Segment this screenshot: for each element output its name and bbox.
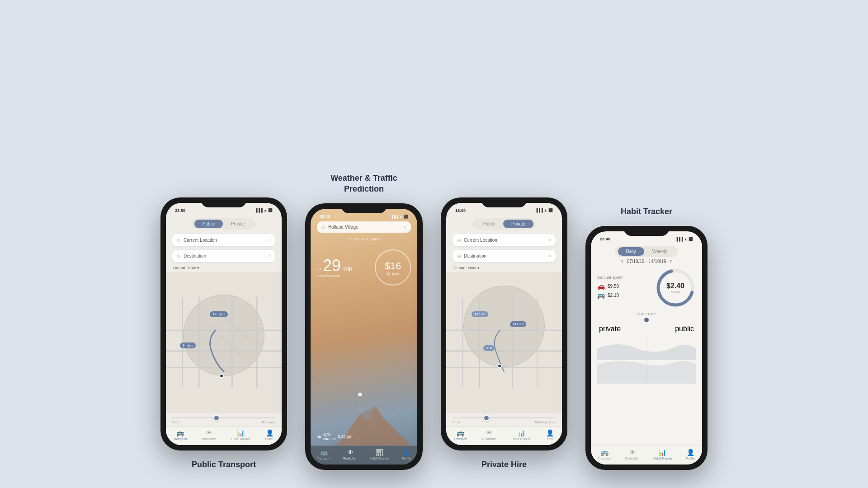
time-4: 23:40: [600, 237, 610, 241]
search-dest-1[interactable]: ◎ Destination ×: [172, 250, 275, 262]
travel-unit: min: [342, 265, 353, 272]
weather-time: 6.30 pm: [338, 434, 353, 439]
price-value: $16: [385, 260, 401, 272]
map-badge-1780: $17.80: [510, 321, 526, 327]
chart-label-public: public: [675, 325, 694, 333]
search-dest-3[interactable]: ◎ Destination ×: [453, 250, 556, 262]
time-2: 18:30: [320, 214, 330, 219]
chart-icon-3: 📊: [517, 429, 525, 436]
clear-icon-3b[interactable]: ×: [548, 253, 551, 258]
tab-daily-4[interactable]: Daily: [618, 247, 644, 256]
nav-habit-1[interactable]: 📊 Habit Tracker: [231, 429, 250, 441]
habit-chart-svg: [597, 333, 696, 387]
day-label-4: TUESDAY: [597, 312, 696, 316]
speed-slider-3[interactable]: 5 min Walking time: [446, 413, 562, 426]
slider-track-3[interactable]: [453, 417, 556, 418]
nav-habit-label-3: Habit Tracker: [511, 437, 530, 441]
nav-prediction-2[interactable]: 👁 Prediction: [343, 449, 357, 460]
map-bg-3: $15.30 $17.80 $18: [446, 272, 562, 413]
person-icon-2: 👤: [402, 449, 410, 456]
eye-icon-2: 👁: [347, 449, 354, 456]
tab-switcher-4[interactable]: Daily Weekly: [615, 246, 678, 257]
clear-icon-2[interactable]: ×: [404, 225, 406, 230]
speed-slider-1[interactable]: Fast Relaxed: [166, 413, 282, 426]
search-p2[interactable]: ◎ Holland Village ×: [317, 221, 411, 233]
slider-labels-1: Fast Relaxed: [172, 420, 275, 424]
clear-icon-3a[interactable]: ×: [548, 238, 551, 243]
slider-thumb-3[interactable]: [483, 415, 490, 421]
nav-prediction-3[interactable]: 👁 Prediction: [482, 429, 496, 441]
label-weather: Weather & TrafficPrediction: [330, 173, 397, 194]
svg-point-10: [358, 393, 362, 397]
nav-prediction-1[interactable]: 👁 Prediction: [202, 429, 216, 441]
nav-habit-4[interactable]: 📊 Habit Tracker: [653, 449, 672, 460]
bottom-nav-1: 🚌 Transport 👁 Prediction 📊 Habit Tracker…: [166, 426, 282, 445]
prediction-content: ◎ Holland Village × ↗ Current location ⏱: [311, 221, 417, 446]
nav-profile-label-1: Profile: [265, 437, 274, 441]
prev-arrow-4[interactable]: <: [621, 259, 623, 264]
person-icon-3: 👤: [546, 429, 554, 436]
depart-row-1[interactable]: Depart: Now ▾: [166, 264, 282, 272]
mountain-area: 🌤 35% chance 6.30 pm: [317, 286, 411, 446]
clear-icon-1a[interactable]: ×: [268, 238, 271, 243]
phone3-section: 18:00 ▐▐▐ ▲ ⬛ Public Private ◎ Current L…: [441, 197, 567, 470]
tab-private-1[interactable]: Private: [223, 220, 253, 228]
tab-public-1[interactable]: Public: [194, 220, 223, 228]
nav-profile-1[interactable]: 👤 Profile: [265, 429, 274, 441]
nav-transport-3[interactable]: 🚌 Transport: [454, 429, 467, 441]
search-current-3[interactable]: ◎ Current Location ×: [453, 234, 556, 246]
car-icon-4: 🚗: [597, 282, 605, 290]
amount-section: Amount spent 🚗 $9.50 🚌 $2.10: [597, 267, 696, 308]
date-nav-4[interactable]: < 07/10/19 - 14/10/19 >: [591, 259, 702, 264]
chart-labels-4: private public: [597, 325, 696, 333]
nav-profile-4[interactable]: 👤 Profile: [686, 449, 695, 460]
status-icons-3: ▐▐▐ ▲ ⬛: [535, 208, 553, 212]
slider-thumb-1[interactable]: [213, 415, 220, 421]
search-current-1[interactable]: ◎ Current Location ×: [172, 234, 275, 246]
current-loc-tag: ↗ Current location: [317, 237, 411, 241]
nav-transport-1[interactable]: 🚌 Transport: [174, 429, 187, 441]
nav-profile-3[interactable]: 👤 Profile: [545, 429, 554, 441]
weather-icon-2: 🌤: [317, 434, 321, 439]
nav-prediction-4[interactable]: 👁 Prediction: [625, 449, 639, 460]
phone-notch-4: [624, 226, 669, 236]
label-habit: Habit Tracker: [621, 206, 672, 217]
current-loc-label: Current location: [354, 237, 379, 241]
next-arrow-4[interactable]: >: [670, 259, 672, 264]
destination-label-1: Destination: [184, 253, 265, 258]
slider-track-1[interactable]: [172, 417, 275, 418]
bottom-nav-3: 🚌 Transport 👁 Prediction 📊 Habit Tracker…: [446, 426, 562, 445]
nav-transport-label-1: Transport: [174, 437, 187, 441]
tab-switcher-1[interactable]: Public Private: [192, 218, 255, 230]
phone-notch-3: [481, 197, 527, 207]
tab-public-3[interactable]: Public: [475, 220, 503, 228]
nav-transport-2[interactable]: 🚌 Transport: [317, 449, 330, 460]
clock-icon: ⏱: [317, 267, 321, 272]
bus-icon-2: 🚌: [320, 449, 328, 456]
nav-transport-4[interactable]: 🚌 Transport: [598, 449, 611, 460]
tab-switcher-3[interactable]: Public Private: [472, 218, 536, 230]
status-icons-4: ▐▐▐ ▲ ⬛: [675, 237, 693, 241]
nav-habit-3[interactable]: 📊 Habit Tracker: [511, 429, 530, 441]
bottom-nav-4: 🚌 Transport 👁 Prediction 📊 Habit Tracker…: [591, 446, 702, 465]
nav-habit-label-1: Habit Tracker: [231, 437, 250, 441]
tab-private-3[interactable]: Private: [503, 220, 533, 228]
map-svg-3: [446, 272, 562, 413]
current-location-label-3: Current Location: [464, 238, 546, 243]
phone4-section: Habit Tracker 23:40 ▐▐▐ ▲ ⬛ Daily Weekly…: [585, 206, 708, 470]
phone4: 23:40 ▐▐▐ ▲ ⬛ Daily Weekly < 07/10/19 - …: [585, 226, 708, 470]
time-1: 23:50: [175, 208, 185, 213]
nav-prediction-label-2: Prediction: [343, 457, 357, 460]
phone1: 23:50 ▐▐▐ ▲ ⬛ Public Private ◎ Current L…: [160, 197, 287, 450]
phone4-screen: 23:40 ▐▐▐ ▲ ⬛ Daily Weekly < 07/10/19 - …: [591, 231, 702, 465]
chart-icon-4n: 📊: [659, 449, 666, 456]
tab-weekly-4[interactable]: Weekly: [644, 247, 675, 256]
depart-row-3[interactable]: Depart: Now ▾: [446, 264, 562, 272]
time-3: 18:00: [455, 208, 466, 213]
chart-mountain: [597, 333, 696, 446]
savings-section: $2.40 saved: [655, 267, 696, 308]
nav-habit-2[interactable]: 📊 Habit Tracker: [370, 449, 389, 460]
clear-icon-1b[interactable]: ×: [268, 253, 271, 258]
nav-profile-2[interactable]: 👤 Profile: [402, 449, 411, 460]
amount-left: Amount spent 🚗 $9.50 🚌 $2.10: [597, 275, 655, 300]
